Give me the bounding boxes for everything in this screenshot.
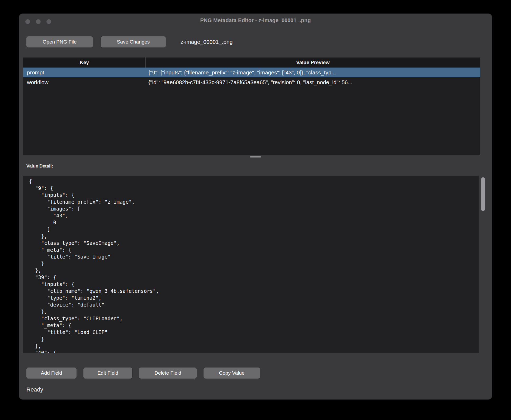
value-detail-textarea[interactable]: { "9": { "inputs": { "filename_prefix": … (23, 176, 478, 353)
row-key: workflow (23, 79, 146, 85)
traffic-lights (25, 19, 51, 24)
app-window: PNG Metadata Editor - z-image_00001_.png… (19, 14, 492, 399)
minimize-button[interactable] (36, 19, 41, 24)
open-png-button[interactable]: Open PNG File (26, 36, 93, 47)
value-preview-column-header[interactable]: Value Preview (146, 58, 480, 68)
window-title: PNG Metadata Editor - z-image_00001_.png (200, 17, 311, 23)
edit-field-button[interactable]: Edit Field (83, 367, 132, 379)
filename-label: z-image_00001_.png (181, 36, 233, 47)
row-preview: {"9": {"inputs": {"filename_prefix": "z-… (146, 69, 480, 76)
title-bar: PNG Metadata Editor - z-image_00001_.png (19, 14, 492, 27)
table-row[interactable]: prompt {"9": {"inputs": {"filename_prefi… (23, 68, 480, 77)
key-column-header[interactable]: Key (23, 58, 146, 68)
detail-scrollbar[interactable] (480, 176, 486, 353)
table-header: Key Value Preview (23, 58, 480, 68)
close-button[interactable] (25, 19, 30, 24)
copy-value-button[interactable]: Copy Value (204, 367, 260, 379)
table-row[interactable]: workflow {"id": "9ae6082b-c7f4-433c-9971… (23, 77, 480, 87)
table-body: prompt {"9": {"inputs": {"filename_prefi… (23, 68, 480, 87)
zoom-button[interactable] (46, 19, 51, 24)
status-text: Ready (26, 386, 43, 393)
add-field-button[interactable]: Add Field (26, 367, 77, 379)
value-detail-label: Value Detail: (26, 164, 53, 169)
splitter-handle[interactable] (250, 156, 261, 158)
save-changes-button[interactable]: Save Changes (101, 36, 166, 47)
delete-field-button[interactable]: Delete Field (139, 367, 197, 379)
metadata-table: Key Value Preview prompt {"9": {"inputs"… (23, 58, 480, 155)
row-preview: {"id": "9ae6082b-c7f4-433c-9971-7a8f65a3… (146, 79, 480, 85)
row-key: prompt (23, 69, 146, 76)
scrollbar-thumb[interactable] (481, 177, 485, 211)
